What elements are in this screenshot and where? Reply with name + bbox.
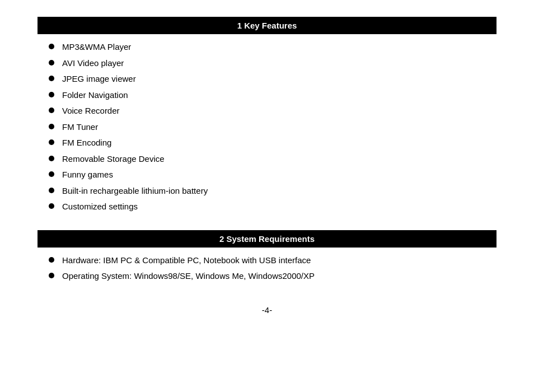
bullet-icon xyxy=(49,124,54,129)
bullet-icon xyxy=(49,108,54,113)
list-item-text: MP3&WMA Player xyxy=(62,41,131,54)
list-item: Built-in rechargeable lithium-ion batter… xyxy=(49,185,496,198)
list-item: MP3&WMA Player xyxy=(49,41,496,54)
list-item-text: Folder Navigation xyxy=(62,89,128,102)
list-item: Hardware: IBM PC & Compatible PC, Notebo… xyxy=(49,254,496,267)
page-number: -4- xyxy=(262,305,272,315)
page-footer: -4- xyxy=(38,305,496,315)
bullet-icon xyxy=(49,203,54,209)
page-container: 1 Key Features MP3&WMA Player AVI Video … xyxy=(26,0,508,332)
list-item: Operating System: Windows98/SE, Windows … xyxy=(49,270,496,283)
list-item-text: FM Encoding xyxy=(62,137,111,150)
section2-list: Hardware: IBM PC & Compatible PC, Notebo… xyxy=(49,254,496,283)
bullet-icon xyxy=(49,188,54,193)
list-item: FM Tuner xyxy=(49,121,496,134)
list-item-text: FM Tuner xyxy=(62,121,98,134)
list-item-text: Hardware: IBM PC & Compatible PC, Notebo… xyxy=(62,254,311,267)
section2-header: 2 System Requirements xyxy=(38,230,496,248)
list-item: AVI Video player xyxy=(49,57,496,70)
list-item-text: Voice Recorder xyxy=(62,105,120,118)
list-item-text: Customized settings xyxy=(62,200,138,213)
bullet-icon xyxy=(49,139,54,145)
bullet-icon xyxy=(49,156,54,161)
bullet-icon xyxy=(49,273,54,278)
bullet-icon xyxy=(49,44,54,49)
list-item-text: Operating System: Windows98/SE, Windows … xyxy=(62,270,315,283)
list-item-text: AVI Video player xyxy=(62,57,124,70)
list-item: Removable Storage Device xyxy=(49,153,496,166)
list-item-text: JPEG image viewer xyxy=(62,73,136,86)
section1-list: MP3&WMA Player AVI Video player JPEG ima… xyxy=(49,41,496,213)
bullet-icon xyxy=(49,171,54,177)
list-item-text: Funny games xyxy=(62,169,113,181)
list-item-text: Built-in rechargeable lithium-ion batter… xyxy=(62,185,208,198)
section1-header: 1 Key Features xyxy=(38,17,496,34)
bullet-icon xyxy=(49,92,54,97)
bullet-icon xyxy=(49,60,54,66)
list-item: JPEG image viewer xyxy=(49,73,496,86)
bullet-icon xyxy=(49,257,54,263)
bullet-icon xyxy=(49,76,54,81)
list-item: Voice Recorder xyxy=(49,105,496,118)
list-item: FM Encoding xyxy=(49,137,496,150)
list-item: Funny games xyxy=(49,169,496,181)
list-item-text: Removable Storage Device xyxy=(62,153,165,166)
list-item: Folder Navigation xyxy=(49,89,496,102)
list-item: Customized settings xyxy=(49,200,496,213)
